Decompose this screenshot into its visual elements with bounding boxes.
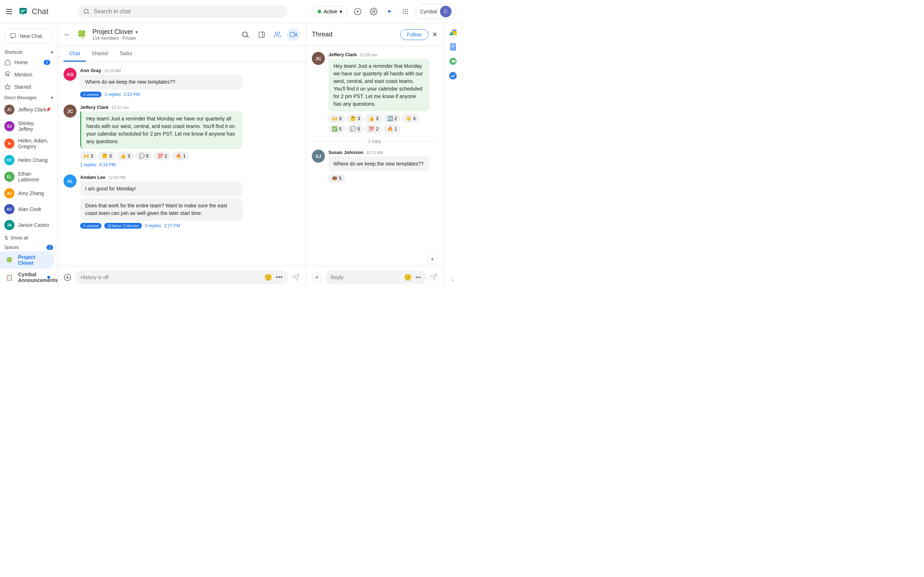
project-clover-label: Project Clover [18,254,50,266]
reaction-hundred[interactable]: 💯2 [154,152,170,160]
thread-reaction-fire[interactable]: 🔥1 [384,125,400,133]
thread-reaction-dots[interactable]: 💬5 [347,125,363,133]
sidebar-item-janice[interactable]: JA Janice Castro [0,217,55,233]
ann-gray-message-content: Ann Gray 10:13 AM Where do we keep the n… [80,68,300,97]
thread-header: Thread Follow ✕ [306,23,443,46]
jeffery-clark-label: Jeffery Clark [18,107,46,113]
mention-icon [4,71,11,78]
close-thread-button[interactable]: ✕ [432,31,438,39]
dm-show-all-link[interactable]: ⇅ Show all [0,233,57,243]
search-input-wrap[interactable] [78,5,287,18]
chat-dropdown-icon[interactable]: ▾ [135,29,138,35]
sidebar-item-home[interactable]: Home 2 [0,56,55,69]
shortcuts-header[interactable]: Shortcuts ▾ [0,48,57,56]
thread-reply-reaction-donut[interactable]: 🍩5 [328,174,345,182]
cymbal-unread-dot [47,276,50,279]
sidebar-item-mention[interactable]: Mention [0,69,55,81]
video-call-icon[interactable] [287,28,300,41]
thread-reply-input[interactable] [331,274,400,280]
search-input[interactable] [94,8,282,15]
reaction-thumbsup[interactable]: 👍3 [117,152,133,160]
people-icon[interactable] [271,28,284,41]
tab-shared[interactable]: Shared [86,46,114,62]
tab-tasks[interactable]: Tasks [114,46,138,62]
thread-reaction-think[interactable]: 🤔3 [347,114,363,122]
svg-point-5 [403,11,404,12]
google-meet-app-icon[interactable] [446,55,459,68]
dm-show-all-label: Show all [10,235,28,240]
back-button[interactable]: ← [63,30,71,39]
sidebar-item-clover-leads[interactable]: 🌿 Clover Leads [0,286,55,288]
chat-header-actions [239,28,300,41]
sidebar-item-amy[interactable]: AZ Amy Zhang [0,185,55,201]
jeffery-clark-avatar: JC [4,105,15,115]
add-attachment-icon[interactable] [63,273,71,281]
profile-area[interactable]: Cymbal C [415,4,456,19]
reaction-clap[interactable]: 🙌3 [80,152,96,160]
thread-reaction-wave[interactable]: 👋3 [402,114,419,122]
thread-original-bubble: Hey team! Just a reminder that Monday we… [328,59,430,111]
thread-reply-reactions: 🍩5 [328,174,438,182]
tab-chat[interactable]: Chat [63,46,86,62]
hamburger-menu-icon[interactable] [6,7,15,16]
ann-gray-name: Ann Gray [80,68,102,73]
spaces-label: Spaces [4,245,19,250]
sidebar-item-shirley-jeffery[interactable]: SJ Shirley, Jeffery [0,118,55,135]
ann-gray-footer[interactable]: 3 unread 3 replies 2:22 PM [80,92,300,97]
emoji-icon[interactable]: 🙂 [264,273,272,281]
andam-lee-footer[interactable]: 3 unread @Jason Coleman 3 replies 2:27 P… [80,223,300,229]
follow-button[interactable]: Follow [400,29,428,40]
reaction-fire[interactable]: 🔥1 [173,152,189,160]
ethan-label: Ethan Lattimore [18,171,50,182]
sidebar-item-helen-adam[interactable]: H Helen, Adam, Gregory [0,135,55,152]
thread-reaction-clap[interactable]: 🙌3 [328,114,345,122]
more-options-icon[interactable]: ••• [276,274,283,281]
chat-input[interactable] [81,274,261,280]
thread-send-icon[interactable] [430,273,438,281]
amy-label: Amy Zhang [18,190,44,196]
help-icon[interactable] [352,6,363,17]
chat-title-area: Project Clover ▾ 114 members · Private [92,28,236,41]
thread-original-time: 12:29 min [360,53,377,57]
svg-rect-13 [259,32,265,37]
active-status-button[interactable]: Active ▾ [312,6,347,17]
sidebar-item-alan[interactable]: AC Alan Cook [0,201,55,217]
reaction-think[interactable]: 🤔3 [99,152,115,160]
sidebar-item-jeffery-clark[interactable]: JC Jeffery Clark 📌 [0,102,55,118]
spaces-header[interactable]: Spaces 2 [0,243,57,251]
sidebar-item-starred[interactable]: Starred [0,81,55,93]
new-chat-button[interactable]: New Chat [4,29,53,43]
jeffery-clark-msg-time: 12:22 min [111,105,129,110]
thread-reaction-thumbsup[interactable]: 👍3 [365,114,381,122]
sidebar-item-cymbal-announcements[interactable]: 📋 Cymbal Announcements [0,269,55,286]
ann-gray-unread-badge: 3 unread [80,92,102,97]
thread-reaction-check[interactable]: ✅5 [328,125,345,133]
thread-input-area: + 🙂 ••• [306,266,443,288]
thread-emoji-icon[interactable]: 🙂 [404,273,412,281]
apps-grid-icon[interactable] [399,6,411,17]
thread-reply-avatar: SJ [312,150,325,163]
sidebar-toggle-icon[interactable] [255,28,268,41]
add-reply-button[interactable]: + [427,254,438,264]
home-label: Home [15,60,28,65]
settings-icon[interactable] [368,6,380,17]
jeffery-clark-footer[interactable]: 1 replies 4:33 PM [80,162,300,167]
thread-reaction-hundred[interactable]: 💯2 [365,125,381,133]
thread-reaction-ok[interactable]: 🆗2 [384,114,400,122]
chat-tabs: Chat Shared Tasks [58,46,306,62]
google-tasks-app-icon[interactable] [446,69,459,82]
dm-header[interactable]: Direct Messages ▾ [0,93,57,102]
sidebar-item-helen-chang[interactable]: HC Helen Chang [0,152,55,168]
google-drive-app-icon[interactable] [446,26,459,39]
thread-more-options-icon[interactable]: ••• [415,274,421,280]
search-in-chat-icon[interactable] [239,28,252,41]
thread-reply-divider: 1 reply [312,139,438,144]
send-icon[interactable] [292,273,300,281]
reaction-ok[interactable]: 💬5 [136,152,152,160]
google-docs-app-icon[interactable] [446,40,459,53]
thread-add-icon[interactable]: + [312,272,322,282]
right-panel-expand-icon[interactable]: › [449,274,457,285]
sidebar-item-ethan[interactable]: EL Ethan Lattimore [0,168,55,185]
sidebar-item-project-clover[interactable]: 🍀 Project Clover [0,251,55,269]
gemini-icon[interactable]: ✦ [384,6,395,17]
